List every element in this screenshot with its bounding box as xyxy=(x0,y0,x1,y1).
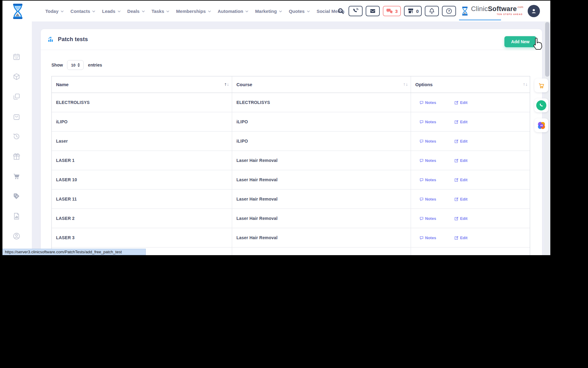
table-row: ELECTROLISYS ELECTROLISYS Notes Edit xyxy=(52,93,530,112)
notifications-button[interactable] xyxy=(425,6,439,16)
notes-link[interactable]: Notes xyxy=(420,158,436,163)
sidebar-item-user[interactable] xyxy=(12,232,21,240)
svg-text:AI: AI xyxy=(540,124,543,127)
chat-button[interactable]: 3 xyxy=(383,6,401,16)
table-row: LASER 11 Laser Hair Removal Notes Edit xyxy=(52,190,530,209)
brand-underline xyxy=(459,20,501,20)
topbar-actions: 3 0 ? ClinicSoftware.com TEN STEPS AHEAD xyxy=(336,1,540,21)
sidebar-item-shopping-bag[interactable] xyxy=(12,112,21,121)
note-icon xyxy=(420,159,424,163)
edit-icon xyxy=(454,217,458,220)
sidebar-item-cart[interactable] xyxy=(12,172,21,181)
edit-link[interactable]: Edit xyxy=(454,100,468,105)
scrollbar-thumb[interactable] xyxy=(545,22,549,77)
brand-logo-lockup[interactable]: ClinicSoftware.com TEN STEPS AHEAD xyxy=(459,6,525,17)
notes-link[interactable]: Notes xyxy=(420,197,436,201)
main-nav: Today Contacts Leads Deals Tasks Members… xyxy=(45,1,345,21)
page-size-select[interactable]: 10 xyxy=(67,60,84,70)
sidebar-item-package[interactable] xyxy=(12,72,21,81)
brand-name: ClinicSoftware.com xyxy=(471,5,523,13)
nav-automation[interactable]: Automation xyxy=(218,9,248,14)
sidebar-item-history[interactable] xyxy=(12,132,21,141)
edit-link[interactable]: Edit xyxy=(454,236,468,240)
column-header-course[interactable]: Course ↑↓ xyxy=(232,76,411,93)
sidebar-item-gift[interactable] xyxy=(12,152,21,161)
shopping-bag-icon xyxy=(13,113,21,121)
whatsapp-floating-button[interactable] xyxy=(534,98,548,112)
nav-quotes[interactable]: Quotes xyxy=(289,9,310,14)
column-header-options[interactable]: Options ↑↓ xyxy=(411,76,530,93)
sidebar-item-calendar[interactable]: 12 xyxy=(12,52,21,61)
edit-link[interactable]: Edit xyxy=(454,216,468,221)
cell-course: Laser Hair Removal xyxy=(236,235,277,240)
app-viewport: Today Contacts Leads Deals Tasks Members… xyxy=(2,1,550,255)
cell-name: LASER 11 xyxy=(56,197,77,201)
notes-link[interactable]: Notes xyxy=(420,120,436,124)
inbox-button[interactable] xyxy=(366,6,380,16)
nav-label: Memberships xyxy=(176,9,206,14)
sidebar-item-report[interactable] xyxy=(12,212,21,220)
topbar: Today Contacts Leads Deals Tasks Members… xyxy=(2,1,550,21)
column-header-name[interactable]: Name ↑↓ xyxy=(52,76,232,93)
chevron-down-icon xyxy=(61,10,64,12)
cart-floating-button[interactable] xyxy=(534,79,548,92)
edit-icon xyxy=(454,120,458,124)
bell-icon xyxy=(428,8,435,14)
table-row: Laser iLIPO Notes Edit xyxy=(52,132,530,151)
help-button[interactable]: ? xyxy=(442,6,456,16)
page-scrollbar[interactable] xyxy=(544,21,550,255)
edit-link[interactable]: Edit xyxy=(454,197,468,201)
sidebar-item-copy[interactable] xyxy=(12,92,21,101)
sidebar-item-price-tag[interactable]: $ xyxy=(12,192,21,201)
note-icon xyxy=(420,139,424,143)
store-count-badge: 0 xyxy=(416,9,419,14)
nav-memberships[interactable]: Memberships xyxy=(176,9,211,14)
nav-label: Quotes xyxy=(289,9,305,14)
cell-name: LASER 2 xyxy=(56,216,75,221)
sort-icon: ↑↓ xyxy=(522,82,527,87)
store-button[interactable]: 0 xyxy=(404,6,422,16)
note-icon xyxy=(420,197,424,201)
edit-link[interactable]: Edit xyxy=(454,158,468,163)
nav-today[interactable]: Today xyxy=(45,9,64,14)
phone-button[interactable] xyxy=(349,6,363,16)
sidebar: 12 $ xyxy=(2,21,32,255)
cart-icon xyxy=(13,172,21,180)
nav-deals[interactable]: Deals xyxy=(127,9,145,14)
app-logo[interactable] xyxy=(10,2,26,20)
cell-name: iLIPO xyxy=(56,119,68,124)
nav-marketing[interactable]: Marketing xyxy=(255,9,282,14)
hourglass-icon xyxy=(10,2,26,20)
search-icon xyxy=(337,7,345,15)
history-icon xyxy=(13,132,21,140)
page-title: Patch tests xyxy=(58,36,88,43)
notes-link[interactable]: Notes xyxy=(420,236,436,240)
cell-course: Laser Hair Removal xyxy=(236,177,277,182)
search-button[interactable] xyxy=(336,6,345,16)
edit-link[interactable]: Edit xyxy=(454,120,468,124)
notes-link[interactable]: Notes xyxy=(420,139,436,144)
cell-name: LASER 10 xyxy=(56,177,77,182)
add-new-button[interactable]: Add New xyxy=(504,36,536,47)
nav-leads[interactable]: Leads xyxy=(102,9,120,14)
nav-contacts[interactable]: Contacts xyxy=(70,9,95,14)
notes-link[interactable]: Notes xyxy=(420,100,436,105)
chevron-down-icon xyxy=(142,10,145,12)
help-icon: ? xyxy=(446,8,452,14)
ai-floating-button[interactable]: AI xyxy=(534,118,548,132)
chat-bubbles-icon xyxy=(386,7,393,15)
notes-link[interactable]: Notes xyxy=(420,216,436,221)
user-icon xyxy=(530,7,537,15)
cell-course: iLIPO xyxy=(236,119,248,124)
cell-course: ELECTROLISYS xyxy=(236,100,270,105)
user-avatar[interactable] xyxy=(528,5,540,17)
card-header: Patch tests Add New xyxy=(41,29,542,50)
edit-icon xyxy=(454,159,458,163)
sort-icon: ↑↓ xyxy=(403,82,408,87)
notes-link[interactable]: Notes xyxy=(420,178,436,182)
store-icon xyxy=(407,7,414,15)
nav-tasks[interactable]: Tasks xyxy=(152,9,169,14)
edit-link[interactable]: Edit xyxy=(454,178,468,182)
table-row: LASER 10 Laser Hair Removal Notes Edit xyxy=(52,170,530,190)
edit-link[interactable]: Edit xyxy=(454,139,468,144)
